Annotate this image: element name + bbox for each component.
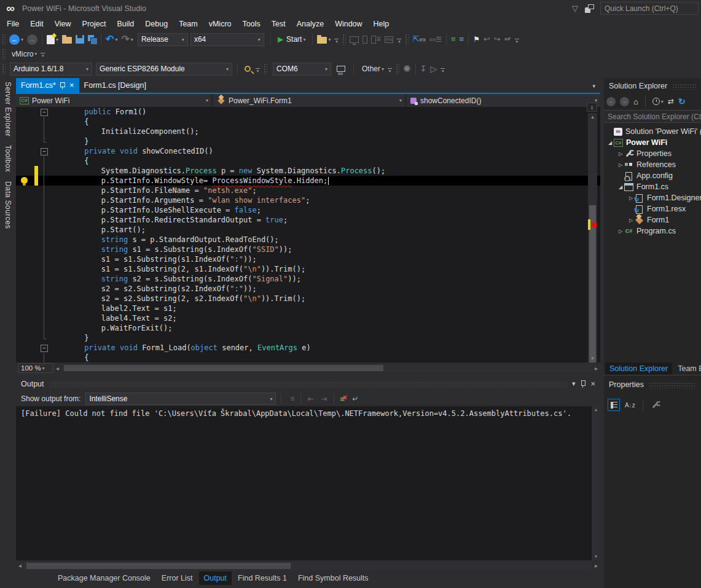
solution-configuration-dropdown[interactable]: Release▾ bbox=[138, 33, 188, 46]
output-text[interactable]: [Failure] Could not find file 'C:\Users\… bbox=[16, 406, 592, 560]
se-back-icon[interactable]: ← bbox=[606, 97, 616, 106]
menu-item-file[interactable]: File bbox=[1, 18, 25, 29]
programmer-dropdown[interactable]: Other▾ bbox=[361, 62, 385, 76]
collapsed-expander-icon[interactable]: ▷ bbox=[617, 162, 624, 168]
panel-tab-package-manager-console[interactable]: Package Manager Console bbox=[53, 571, 155, 585]
notifications-icon[interactable]: ▽ bbox=[572, 4, 578, 13]
vmicro-overflow-3[interactable]: ▾ bbox=[388, 68, 392, 73]
close-icon[interactable]: × bbox=[69, 82, 74, 89]
se-forward-icon[interactable]: → bbox=[620, 97, 629, 106]
member-dropdown[interactable]: showConectedID()▾ bbox=[407, 94, 600, 107]
save-button[interactable] bbox=[75, 33, 85, 46]
port-dropdown[interactable]: COM6▾ bbox=[273, 63, 331, 76]
side-tab-data-sources[interactable]: Data Sources bbox=[4, 181, 12, 229]
toolbar-overflow-3[interactable]: ▾ bbox=[515, 39, 519, 43]
solution-explorer-search-input[interactable]: Search Solution Explorer (Ctrl bbox=[604, 110, 701, 123]
board-dropdown[interactable]: Arduino 1.6/1.8▾ bbox=[10, 63, 92, 76]
collapsed-expander-icon[interactable]: ▷ bbox=[627, 218, 635, 223]
editor-tab[interactable]: Form1.cs*× bbox=[16, 78, 79, 93]
tree-item[interactable]: ▷Properties bbox=[604, 148, 701, 159]
output-scroll-right-icon[interactable]: ▸ bbox=[592, 562, 600, 569]
tree-item[interactable]: ◢Form1.cs bbox=[604, 181, 701, 192]
output-scroll-up-icon[interactable]: ▴ bbox=[592, 406, 600, 414]
navigate-back-button[interactable]: ←▾ bbox=[9, 33, 24, 46]
feedback-icon[interactable] bbox=[584, 4, 594, 13]
menu-item-debug[interactable]: Debug bbox=[139, 18, 173, 29]
panel-tab-find-symbol-results[interactable]: Find Symbol Results bbox=[293, 571, 374, 585]
phone-sync-button[interactable] bbox=[362, 33, 368, 46]
settings-button[interactable]: ✺ bbox=[402, 62, 412, 76]
ipa-package-button[interactable]: IPA bbox=[384, 33, 394, 46]
navigate-forward-button[interactable]: → bbox=[26, 33, 38, 46]
word-wrap-icon[interactable]: ↵ bbox=[352, 394, 358, 403]
tree-item[interactable]: ▷References bbox=[604, 159, 701, 170]
menu-item-vmicro[interactable]: vMicro bbox=[203, 18, 237, 29]
vmicro-overflow-2[interactable]: ▾ bbox=[256, 68, 260, 73]
property-pages-icon[interactable] bbox=[651, 401, 660, 409]
collapsed-expander-icon[interactable]: ▷ bbox=[617, 151, 624, 157]
right-panel-tab-team-expl[interactable]: Team Expl bbox=[673, 363, 701, 375]
clear-all-icon[interactable]: ≡ bbox=[340, 394, 345, 404]
output-vertical-scrollbar[interactable]: ▴ ▾ bbox=[592, 406, 600, 560]
editor-horizontal-scrollbar[interactable] bbox=[61, 364, 591, 372]
panel-tab-error-list[interactable]: Error List bbox=[157, 571, 198, 585]
menu-item-window[interactable]: Window bbox=[329, 18, 367, 29]
previous-message-icon[interactable]: ⇤ bbox=[307, 394, 313, 403]
pin-icon[interactable] bbox=[60, 82, 65, 89]
toggle-bookmark-button[interactable]: ⚑ bbox=[472, 33, 480, 46]
tree-item[interactable]: ◢C#Power WiFi bbox=[604, 137, 701, 148]
menu-item-help[interactable]: Help bbox=[368, 18, 395, 29]
menu-item-analyze[interactable]: Analyze bbox=[291, 18, 329, 29]
fold-marker-icon[interactable] bbox=[38, 146, 50, 156]
pending-changes-filter-button[interactable]: ▾ bbox=[652, 98, 664, 105]
undo-button[interactable]: ↶▾ bbox=[105, 33, 118, 46]
new-item-button[interactable]: ▾ bbox=[46, 33, 59, 46]
toolbar-overflow-2[interactable]: ▾ bbox=[397, 39, 401, 43]
attach-to-process-button[interactable]: ⇱▭ bbox=[412, 33, 426, 46]
side-tab-toolbox[interactable]: Toolbox bbox=[4, 145, 12, 172]
menu-item-test[interactable]: Test bbox=[266, 18, 291, 29]
close-panel-icon[interactable]: × bbox=[590, 379, 595, 388]
start-debugging-button[interactable]: ▶ Start▾ bbox=[277, 33, 307, 46]
decrease-indent-button[interactable]: ≡ bbox=[450, 33, 456, 46]
editor-tab[interactable]: Form1.cs [Design] bbox=[79, 78, 155, 93]
module-dropdown[interactable]: Generic ESP8266 Module▾ bbox=[96, 63, 232, 76]
redo-button[interactable]: ↷▾ bbox=[120, 33, 133, 46]
tree-item[interactable]: ▷C#Program.cs bbox=[604, 225, 701, 237]
panel-tab-output[interactable]: Output bbox=[199, 571, 232, 585]
run-button[interactable]: ▷ bbox=[430, 62, 438, 76]
scroll-down-icon[interactable]: ▾ bbox=[588, 355, 597, 363]
code-text-area[interactable]: public Form1(){InitializeComponent();}pr… bbox=[16, 107, 600, 363]
menu-item-view[interactable]: View bbox=[49, 18, 77, 29]
menu-item-project[interactable]: Project bbox=[77, 18, 112, 29]
previous-bookmark-button[interactable]: ↩ bbox=[483, 33, 491, 46]
vmicro-overflow[interactable]: ▾ bbox=[41, 53, 45, 57]
editor-vertical-scrollbar[interactable]: ▴ ▾ bbox=[588, 113, 597, 363]
class-dropdown[interactable]: Power_WiFi.Form1▾ bbox=[213, 94, 405, 107]
menu-item-edit[interactable]: Edit bbox=[25, 18, 49, 29]
increase-indent-button[interactable]: ≡ bbox=[459, 33, 465, 46]
attach-secondary-button[interactable]: ▭☰ bbox=[429, 33, 442, 46]
panel-tab-find-results-1[interactable]: Find Results 1 bbox=[233, 571, 292, 585]
window-position-icon[interactable]: ▾ bbox=[572, 380, 576, 388]
zoom-dropdown[interactable]: 100 %▾ bbox=[18, 363, 53, 373]
fold-marker-icon[interactable] bbox=[38, 107, 50, 117]
document-list-icon[interactable]: ▾ bbox=[592, 83, 595, 89]
side-tab-server-explorer[interactable]: Server Explorer bbox=[4, 82, 12, 136]
scroll-up-icon[interactable]: ▴ bbox=[588, 113, 597, 121]
quick-launch-input[interactable]: Quick Launch (Ctrl+Q) bbox=[600, 2, 699, 15]
right-panel-tab-solution-explorer[interactable]: Solution Explorer bbox=[605, 363, 672, 375]
clear-bookmarks-button[interactable]: ↫ bbox=[504, 33, 512, 46]
toolbar-grip[interactable] bbox=[2, 34, 6, 45]
menu-item-tools[interactable]: Tools bbox=[237, 18, 266, 29]
collapsed-expander-icon[interactable]: ▷ bbox=[617, 229, 624, 234]
next-bookmark-button[interactable]: ↪ bbox=[493, 33, 501, 46]
scroll-left-icon[interactable]: ◂ bbox=[53, 365, 61, 372]
output-horizontal-scrollbar[interactable]: ◂ ▸ bbox=[16, 561, 600, 570]
solution-platform-dropdown[interactable]: x64▾ bbox=[190, 33, 264, 46]
refresh-icon[interactable]: ↻ bbox=[678, 96, 686, 106]
tree-item[interactable]: App.config bbox=[604, 170, 701, 181]
home-icon[interactable]: ⌂ bbox=[633, 97, 638, 106]
scroll-right-icon[interactable]: ▸ bbox=[592, 365, 600, 372]
project-dropdown[interactable]: C# Power WiFi▾ bbox=[16, 94, 211, 107]
